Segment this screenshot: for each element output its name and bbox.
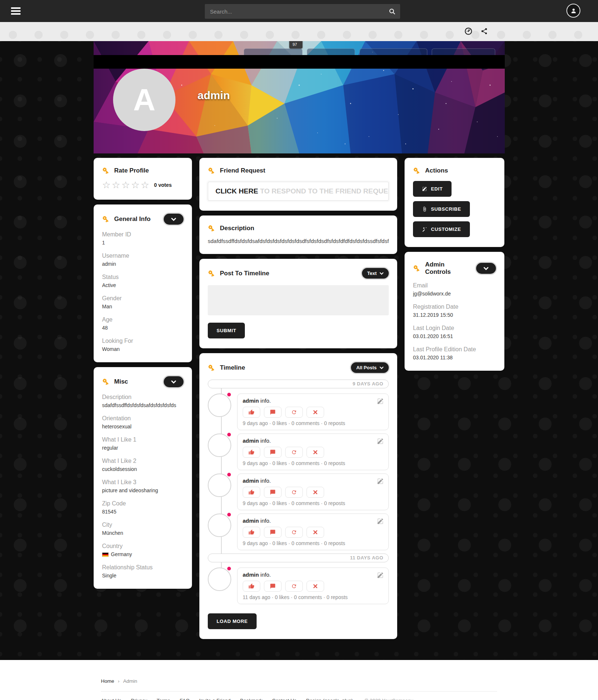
delete-button[interactable]	[307, 487, 324, 498]
edit-post-icon[interactable]	[377, 518, 384, 525]
like-button[interactable]	[243, 581, 260, 592]
key-icon	[206, 362, 217, 373]
avatar-letter: A	[133, 82, 156, 118]
breadcrumb-home-link[interactable]: Home	[101, 678, 114, 684]
post-author[interactable]: admin	[243, 398, 259, 404]
like-button[interactable]	[243, 527, 260, 538]
footer-links: About UsPrivacyTermsFAQInvite a FriendBo…	[101, 698, 497, 700]
middle-column: Friend Request CLICK HERE TO RESPOND TO …	[199, 158, 397, 644]
delete-button[interactable]	[307, 527, 324, 538]
comment-bubble-icon	[270, 409, 276, 415]
comment-button[interactable]	[264, 581, 282, 592]
footer-link[interactable]: About Us	[101, 698, 122, 700]
field-value: heterosexual	[102, 424, 184, 430]
comment-button[interactable]	[264, 407, 282, 418]
post-textarea[interactable]	[208, 285, 389, 315]
key-icon	[206, 223, 217, 233]
repost-button[interactable]	[285, 447, 303, 458]
edit-post-icon[interactable]	[377, 478, 384, 485]
customize-button[interactable]: CUSTOMIZE	[413, 221, 470, 237]
like-button[interactable]	[243, 487, 260, 498]
post-avatar[interactable]	[208, 434, 231, 457]
post-author[interactable]: admin	[243, 438, 259, 444]
delete-button[interactable]	[307, 407, 324, 418]
card-title: Post To Timeline	[220, 270, 269, 277]
star-icon[interactable]: ☆	[141, 180, 150, 190]
repost-button[interactable]	[285, 527, 303, 538]
hamburger-menu-icon[interactable]	[11, 7, 21, 15]
post-actions	[243, 407, 383, 418]
footer-link[interactable]: Bookmark	[240, 698, 262, 700]
repost-button[interactable]	[285, 407, 303, 418]
post-text: info.	[259, 478, 271, 484]
like-button[interactable]	[243, 447, 260, 458]
search-button[interactable]	[384, 4, 400, 19]
misc-fields: Description sdafdfssdffdsfdsfdsafdsfdsfd…	[102, 393, 184, 579]
post-avatar[interactable]	[208, 393, 231, 417]
field-label: What I Like 2	[102, 457, 184, 464]
comment-bubble-icon	[270, 489, 276, 495]
profile-field: What I Like 2 cuckoldsession	[102, 457, 184, 472]
post-avatar[interactable]	[208, 514, 231, 537]
post-author[interactable]: admin	[243, 518, 259, 524]
field-value: sdafdfssdffdsfdsfdsafdsfdsfdsfds	[102, 402, 184, 409]
star-icon[interactable]: ☆	[131, 180, 141, 190]
thumbs-up-icon	[249, 529, 254, 535]
timeline-feed: 9 DAYS AGO	[208, 380, 389, 604]
load-more-button[interactable]: LOAD MORE	[208, 613, 257, 629]
footer-link-list: About UsPrivacyTermsFAQInvite a FriendBo…	[101, 698, 353, 700]
post-author[interactable]: admin	[243, 478, 259, 484]
admin-controls-card: Admin Controls Email jg@solidworx.de	[405, 252, 504, 371]
post-author-line: admin info.	[243, 478, 383, 484]
field-value: 03.01.2020 11:38	[413, 355, 496, 361]
search-input[interactable]	[205, 8, 384, 15]
collapse-toggle-button[interactable]	[476, 263, 496, 274]
votes-count: 0 votes	[154, 182, 172, 188]
footer-link[interactable]: Contact Us	[272, 698, 297, 700]
field-value: München	[102, 530, 184, 536]
actions-card: Actions EDIT SUBSCRIBE	[405, 158, 504, 247]
x-close-icon	[313, 410, 318, 415]
dashboard-icon[interactable]	[464, 27, 472, 35]
edit-post-icon[interactable]	[377, 438, 384, 445]
repost-button[interactable]	[285, 581, 303, 592]
edit-post-icon[interactable]	[377, 572, 384, 579]
post-avatar[interactable]	[208, 567, 231, 591]
star-icon[interactable]: ☆	[102, 180, 112, 190]
submit-button[interactable]: SUBMIT	[208, 323, 245, 338]
star-icon[interactable]: ☆	[112, 180, 121, 190]
collapse-toggle-button[interactable]	[164, 376, 184, 387]
post-avatar[interactable]	[208, 474, 231, 497]
post-author[interactable]: admin	[243, 572, 259, 578]
footer-link[interactable]: Privacy	[131, 698, 147, 700]
comment-button[interactable]	[264, 447, 282, 458]
field-value: 31.12.2019 15:50	[413, 312, 496, 318]
footer-link[interactable]: Terms	[157, 698, 170, 700]
footer-link[interactable]: FAQ	[180, 698, 190, 700]
timeline-filter-dropdown[interactable]: All Posts	[351, 362, 389, 373]
edit-button[interactable]: EDIT	[413, 181, 452, 197]
like-button[interactable]	[243, 407, 260, 418]
delete-button[interactable]	[307, 447, 324, 458]
collapse-toggle-button[interactable]	[164, 214, 184, 225]
share-icon[interactable]	[481, 27, 488, 35]
profile-avatar[interactable]: A	[113, 69, 175, 131]
comment-button[interactable]	[264, 487, 282, 498]
footer-link[interactable]: Design (google_plus)	[306, 698, 353, 700]
star-icon[interactable]: ☆	[122, 180, 131, 190]
account-menu-button[interactable]	[566, 4, 580, 18]
post-actions	[243, 581, 383, 592]
repost-button[interactable]	[285, 487, 303, 498]
delete-button[interactable]	[307, 581, 324, 592]
friend-request-respond-link[interactable]: CLICK HERE TO RESPOND TO THE FRIEND REQU…	[208, 182, 389, 201]
comment-button[interactable]	[264, 527, 282, 538]
left-column: Rate Profile ☆ ☆ ☆ ☆ ☆ 0 votes General I…	[94, 158, 192, 594]
edit-post-icon[interactable]	[377, 398, 384, 405]
profile-name: admin	[197, 89, 230, 102]
field-value: jg@solidworx.de	[413, 291, 496, 297]
profile-field: Relationship Status Single	[102, 564, 184, 579]
post-to-timeline-card: Post To Timeline Text SUBMIT	[199, 259, 397, 348]
post-type-dropdown[interactable]: Text	[362, 268, 389, 279]
footer-link[interactable]: Invite a Friend	[199, 698, 231, 700]
subscribe-button[interactable]: SUBSCRIBE	[413, 201, 470, 217]
